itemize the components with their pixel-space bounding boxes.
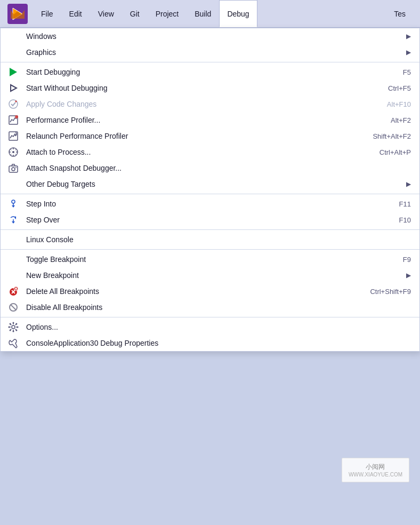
separator-3: [1, 229, 419, 230]
menubar-items: File Edit View Git Project Build Debug: [33, 0, 257, 27]
svg-text:!: !: [15, 116, 16, 118]
menubar: File Edit View Git Project Build Debug T…: [0, 0, 420, 28]
menu-item-debug-properties[interactable]: ConsoleApplication30 Debug Properties: [1, 335, 419, 351]
svg-point-13: [12, 168, 15, 171]
menu-item-apply-code-changes: Apply Code Changes Alt+F10: [1, 96, 419, 112]
menubar-item-file[interactable]: File: [33, 0, 61, 27]
svg-point-33: [17, 327, 19, 328]
svg-point-35: [15, 323, 17, 325]
menubar-item-debug[interactable]: Debug: [219, 0, 257, 27]
delete-breakpoints-icon: [7, 285, 20, 298]
relaunch-profiler-icon: [7, 130, 20, 142]
separator-5: [1, 317, 419, 317]
svg-rect-12: [9, 166, 18, 172]
svg-line-28: [11, 305, 16, 310]
camera-icon: [7, 162, 20, 174]
menu-item-attach-snapshot[interactable]: Attach Snapshot Debugger...: [1, 160, 419, 176]
menu-item-step-into[interactable]: Step Into F11: [1, 196, 419, 212]
svg-marker-3: [11, 85, 17, 91]
disable-breakpoints-icon: [7, 301, 20, 314]
svg-point-32: [9, 327, 10, 328]
menu-item-new-breakpoint[interactable]: New Breakpoint ▶: [1, 267, 419, 283]
separator-1: [1, 62, 419, 62]
menu-item-delete-all-breakpoints[interactable]: Delete All Breakpoints Ctrl+Shift+F9: [1, 283, 419, 299]
svg-point-30: [13, 322, 14, 324]
debug-dropdown-menu: Windows ▶ Graphics ▶ Start Debugging F5 …: [0, 28, 420, 352]
play-outline-icon: [7, 82, 20, 94]
svg-point-29: [12, 325, 15, 329]
arrow-icon: ▶: [406, 33, 411, 40]
profiler-icon: !: [7, 114, 20, 126]
menu-item-other-targets[interactable]: Other Debug Targets ▶: [1, 176, 419, 192]
menu-item-disable-all-breakpoints[interactable]: Disable All Breakpoints: [1, 299, 419, 315]
step-into-icon: [7, 197, 20, 210]
svg-point-37: [15, 329, 17, 331]
menubar-item-build[interactable]: Build: [187, 0, 219, 27]
menubar-item-edit[interactable]: Edit: [61, 0, 90, 27]
arrow-icon: ▶: [406, 49, 411, 56]
app-logo: [2, 0, 33, 27]
menu-item-options[interactable]: Options...: [1, 319, 419, 335]
menu-item-performance-profiler[interactable]: ! Performance Profiler... Alt+F2: [1, 112, 419, 128]
arrow-icon: ▶: [406, 272, 411, 279]
menubar-item-tes[interactable]: Tes: [386, 9, 414, 19]
wrench-icon: [7, 337, 20, 349]
menubar-item-view[interactable]: View: [90, 0, 122, 27]
options-gear-icon: [7, 321, 20, 333]
play-icon: [7, 66, 20, 78]
menu-item-toggle-breakpoint[interactable]: Toggle Breakpoint F9: [1, 251, 419, 267]
menu-item-linux-console[interactable]: Linux Console: [1, 232, 419, 248]
menubar-item-git[interactable]: Git: [122, 0, 148, 27]
menu-item-relaunch-profiler[interactable]: Relaunch Performance Profiler Shift+Alt+…: [1, 128, 419, 144]
watermark: 小阅网 WWW.XIAOYUE.COM: [342, 458, 409, 482]
attach-process-icon: [7, 146, 20, 158]
svg-point-14: [15, 167, 17, 168]
menu-item-graphics[interactable]: Graphics ▶: [1, 44, 419, 60]
menu-item-attach-process[interactable]: Attach to Process... Ctrl+Alt+P: [1, 144, 419, 160]
menu-item-windows[interactable]: Windows ▶: [1, 28, 419, 44]
svg-marker-17: [12, 205, 15, 208]
svg-point-34: [10, 323, 11, 325]
menu-item-step-over[interactable]: Step Over F10: [1, 212, 419, 228]
svg-point-36: [10, 329, 11, 331]
menubar-item-project[interactable]: Project: [148, 0, 187, 27]
svg-point-11: [12, 151, 14, 153]
svg-point-15: [12, 200, 15, 203]
arrow-icon: ▶: [406, 180, 411, 188]
svg-point-31: [13, 331, 14, 332]
svg-marker-20: [12, 221, 15, 224]
menu-item-start-debugging[interactable]: Start Debugging F5: [1, 64, 419, 80]
separator-2: [1, 194, 419, 194]
separator-4: [1, 249, 419, 250]
apply-icon: [7, 98, 20, 110]
step-over-icon: [7, 213, 20, 226]
menu-item-start-without-debugging[interactable]: Start Without Debugging Ctrl+F5: [1, 80, 419, 96]
